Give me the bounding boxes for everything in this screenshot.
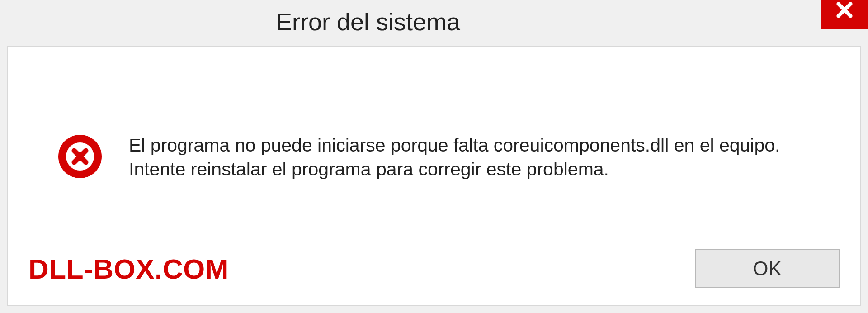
close-icon bbox=[834, 0, 855, 22]
footer-row: DLL-BOX.COM OK bbox=[8, 247, 860, 305]
ok-button-label: OK bbox=[753, 257, 782, 280]
error-icon bbox=[57, 134, 103, 181]
dialog-title: Error del sistema bbox=[0, 8, 460, 36]
error-dialog: Error del sistema El programa no puede i… bbox=[0, 0, 868, 313]
titlebar: Error del sistema bbox=[0, 0, 868, 43]
watermark-text: DLL-BOX.COM bbox=[28, 253, 229, 285]
close-button[interactable] bbox=[821, 0, 868, 29]
error-message: El programa no puede iniciarse porque fa… bbox=[129, 133, 798, 182]
ok-button[interactable]: OK bbox=[695, 249, 840, 288]
message-row: El programa no puede iniciarse porque fa… bbox=[8, 47, 860, 247]
content-panel: El programa no puede iniciarse porque fa… bbox=[7, 46, 861, 306]
